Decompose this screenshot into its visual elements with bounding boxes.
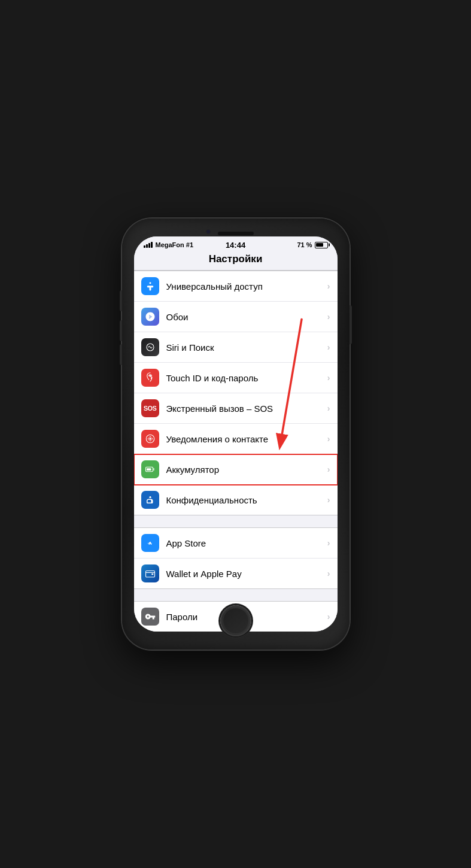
row-sos[interactable]: SOS Экстренный вызов – SOS ›: [134, 393, 338, 424]
icon-wallet: [141, 564, 159, 582]
row-contact-notifications[interactable]: Уведомления о контакте ›: [134, 424, 338, 454]
chevron-wallet: ›: [327, 569, 330, 578]
svg-rect-12: [147, 468, 151, 471]
status-right: 71 %: [297, 241, 327, 248]
svg-point-8: [152, 438, 153, 439]
row-wallpaper[interactable]: Обои ›: [134, 302, 338, 332]
status-left: MegaFon #1: [144, 241, 194, 248]
row-siri[interactable]: Siri и Поиск ›: [134, 332, 338, 363]
icon-battery: [141, 460, 159, 478]
row-universal-access[interactable]: Универсальный доступ ›: [134, 271, 338, 302]
icon-contact-notify: [141, 430, 159, 448]
label-wallet: Wallet и Apple Pay: [166, 569, 325, 579]
label-app-store: App Store: [166, 538, 325, 548]
chevron-contact-notify: ›: [327, 434, 330, 444]
status-bar: MegaFon #1 14:44 71 %: [134, 236, 338, 251]
row-privacy[interactable]: Конфиденциальность ›: [134, 485, 338, 515]
label-sos: Экстренный вызов – SOS: [166, 403, 325, 414]
svg-point-3: [149, 375, 151, 377]
page-title-bar: Настройки: [134, 251, 338, 271]
label-battery: Аккумулятор: [166, 465, 325, 475]
icon-privacy: [141, 491, 159, 509]
chevron-app-store: ›: [327, 538, 330, 548]
chevron-touch-id: ›: [327, 373, 330, 383]
row-touch-id[interactable]: Touch ID и код-пароль ›: [134, 363, 338, 393]
phone-device: MegaFon #1 14:44 71 % Настройки: [122, 218, 350, 650]
row-app-store[interactable]: A App Store ›: [134, 528, 338, 559]
settings-group-1: Универсальный доступ › Обои › Siri: [134, 271, 338, 515]
phone-screen: MegaFon #1 14:44 71 % Настройки: [134, 236, 338, 632]
svg-point-10: [150, 441, 151, 442]
carrier-name: MegaFon #1: [156, 241, 194, 248]
svg-point-7: [147, 438, 148, 439]
label-wallpaper: Обои: [166, 312, 325, 322]
chevron-battery: ›: [327, 465, 330, 474]
icon-app-store: A: [141, 534, 159, 552]
icon-wallpaper: [141, 308, 159, 326]
camera: [206, 229, 211, 234]
home-button[interactable]: [220, 605, 251, 636]
label-siri: Siri и Поиск: [166, 342, 325, 353]
svg-point-9: [150, 436, 151, 438]
battery-fill: [316, 243, 323, 247]
label-privacy: Конфиденциальность: [166, 495, 325, 505]
icon-sos: SOS: [141, 399, 159, 417]
chevron-siri: ›: [327, 342, 330, 352]
settings-list[interactable]: Универсальный доступ › Обои › Siri: [134, 271, 338, 632]
chevron-wallpaper: ›: [327, 312, 330, 321]
home-button-inner: [223, 608, 249, 634]
sos-text: SOS: [144, 405, 157, 412]
row-battery[interactable]: Аккумулятор ›: [134, 454, 338, 485]
settings-group-2: A App Store › Wallet и Apple Pay ›: [134, 527, 338, 589]
row-wallet[interactable]: Wallet и Apple Pay ›: [134, 559, 338, 588]
chevron-universal-access: ›: [327, 281, 330, 291]
svg-rect-15: [151, 573, 153, 575]
svg-point-6: [149, 438, 151, 440]
page-title: Настройки: [144, 253, 328, 265]
icon-siri: [141, 338, 159, 356]
label-contact-notify: Уведомления о контакте: [166, 434, 325, 444]
battery-indicator: [315, 242, 328, 248]
label-universal-access: Универсальный доступ: [166, 281, 325, 292]
signal-bars: [144, 242, 153, 248]
chevron-privacy: ›: [327, 495, 330, 505]
svg-point-0: [149, 282, 151, 284]
battery-percent: 71 %: [297, 241, 312, 248]
speaker: [218, 232, 254, 235]
svg-point-1: [148, 315, 151, 318]
chevron-sos: ›: [327, 403, 330, 413]
label-touch-id: Touch ID и код-пароль: [166, 373, 325, 383]
icon-touch-id: [141, 369, 159, 387]
icon-universal-access: [141, 277, 159, 295]
status-time: 14:44: [226, 241, 245, 250]
